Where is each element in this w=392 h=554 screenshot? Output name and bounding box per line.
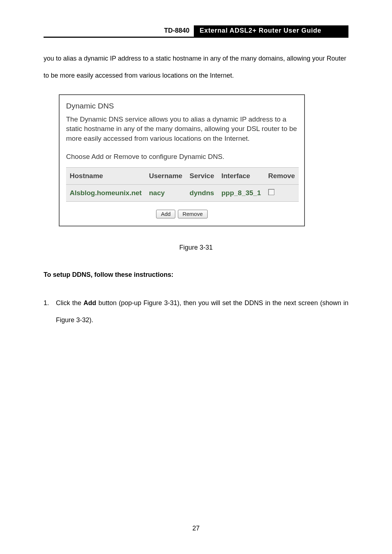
- ddns-table: Hostname Username Service Interface Remo…: [66, 167, 299, 202]
- dynamic-dns-panel: Dynamic DNS The Dynamic DNS service allo…: [59, 94, 305, 227]
- setup-heading: To setup DDNS, follow these instructions…: [44, 271, 348, 279]
- remove-checkbox[interactable]: [268, 189, 274, 195]
- step-1: 1. Click the Add button (pop-up Figure 3…: [44, 295, 348, 329]
- panel-button-row: Add Remove: [66, 210, 298, 218]
- step-text: Click the Add button (pop-up Figure 3-31…: [56, 295, 348, 329]
- cell-hostname: Alsblog.homeunix.net: [66, 185, 145, 202]
- panel-instruction: Choose Add or Remove to configure Dynami…: [66, 153, 298, 161]
- remove-button[interactable]: Remove: [178, 210, 208, 218]
- intro-paragraph: you to alias a dynamic IP address to a s…: [44, 50, 348, 84]
- add-button[interactable]: Add: [156, 210, 175, 218]
- page-header: TD-8840 External ADSL2+ Router User Guid…: [44, 25, 348, 38]
- page-number: 27: [0, 525, 392, 532]
- panel-title: Dynamic DNS: [66, 102, 298, 110]
- step1-prefix: Click the: [56, 299, 83, 307]
- guide-title: External ADSL2+ Router User Guide: [194, 25, 348, 37]
- table-header-row: Hostname Username Service Interface Remo…: [66, 168, 299, 185]
- cell-username: nacy: [145, 185, 186, 202]
- table-row: Alsblog.homeunix.net nacy dyndns ppp_8_3…: [66, 185, 299, 202]
- step1-rest: button (pop-up Figure 3-31), then you wi…: [56, 299, 348, 324]
- cell-remove: [265, 185, 299, 202]
- cell-service: dyndns: [186, 185, 218, 202]
- step-number: 1.: [44, 295, 56, 329]
- model-number: TD-8840: [160, 25, 194, 37]
- col-hostname: Hostname: [66, 168, 145, 185]
- cell-interface: ppp_8_35_1: [218, 185, 265, 202]
- step1-bold: Add: [83, 299, 96, 307]
- col-username: Username: [145, 168, 186, 185]
- col-service: Service: [186, 168, 218, 185]
- col-remove: Remove: [265, 168, 299, 185]
- panel-description: The Dynamic DNS service allows you to al…: [66, 115, 298, 144]
- figure-caption: Figure 3-31: [44, 244, 348, 251]
- col-interface: Interface: [218, 168, 265, 185]
